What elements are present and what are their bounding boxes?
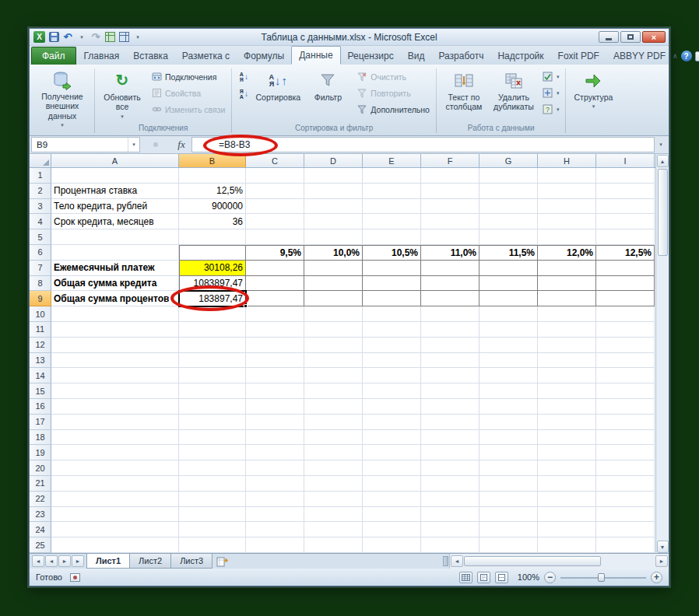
qat-custom-icon-1[interactable] [104, 31, 115, 44]
cell-H3[interactable] [538, 199, 596, 215]
cell-G8[interactable] [479, 276, 538, 292]
cell-I8[interactable] [596, 276, 655, 292]
cell-A4[interactable]: Срок кредита, месяцев [51, 214, 179, 229]
cell-F23[interactable] [421, 507, 479, 523]
zoom-in-button[interactable]: + [651, 572, 662, 583]
cell-G5[interactable] [479, 229, 538, 245]
outline-button[interactable]: Структура ▾ [569, 67, 617, 121]
view-normal-button[interactable] [459, 572, 472, 583]
sheet-tab-list3[interactable]: Лист3 [170, 554, 213, 569]
minimize-ribbon-icon[interactable]: ∧ [673, 52, 678, 60]
cell-H6[interactable]: 12,0% [538, 245, 596, 261]
cell-C16[interactable] [246, 399, 304, 415]
row-header-3[interactable]: 3 [30, 199, 51, 215]
cell-C4[interactable] [246, 214, 304, 229]
cell-I6[interactable]: 12,5% [596, 245, 655, 261]
advanced-filter-button[interactable]: Дополнительно [353, 102, 433, 117]
row-header-24[interactable]: 24 [30, 522, 51, 537]
cell-D7[interactable] [304, 261, 363, 276]
cell-G20[interactable] [479, 460, 538, 476]
cell-B8[interactable]: 1083897,47 [179, 276, 246, 292]
cell-A12[interactable] [51, 338, 179, 353]
cell-B1[interactable] [179, 168, 246, 184]
cell-I5[interactable] [596, 229, 655, 245]
cell-E21[interactable] [363, 476, 421, 492]
cell-C3[interactable] [246, 199, 304, 215]
help-icon[interactable]: ? [681, 51, 692, 61]
row-header-16[interactable]: 16 [30, 399, 51, 415]
cell-B3[interactable]: 900000 [179, 199, 246, 215]
cell-A9[interactable]: Общая сумма процентов [51, 291, 179, 306]
cell-F14[interactable] [421, 368, 479, 383]
cell-D24[interactable] [304, 522, 363, 537]
cell-E18[interactable] [363, 430, 421, 446]
window-close-button[interactable]: × [642, 31, 666, 43]
cell-D5[interactable] [304, 229, 363, 245]
cell-A17[interactable] [51, 415, 179, 430]
cell-D10[interactable] [304, 306, 363, 322]
tab-page-layout[interactable]: Разметка с [175, 47, 237, 65]
cell-D23[interactable] [304, 507, 363, 523]
cell-A10[interactable] [51, 306, 179, 322]
cell-G17[interactable] [479, 415, 538, 430]
cell-D17[interactable] [304, 415, 363, 430]
scroll-up-icon[interactable]: ▲ [657, 155, 669, 167]
text-to-columns-button[interactable]: Текст по столбцам [440, 67, 488, 121]
cell-I13[interactable] [596, 353, 655, 369]
row-header-25[interactable]: 25 [30, 537, 51, 553]
cell-H5[interactable] [538, 229, 596, 245]
horizontal-scrollbar[interactable]: ◄ ► [449, 554, 669, 569]
cell-E4[interactable] [363, 214, 421, 229]
cell-G7[interactable] [479, 261, 538, 276]
select-all-corner[interactable] [30, 154, 51, 167]
view-page-break-button[interactable] [495, 572, 508, 583]
formula-bar-expand-icon[interactable]: ▾ [655, 137, 667, 152]
cell-D20[interactable] [304, 460, 363, 476]
reapply-filter-button[interactable]: Повторить [353, 86, 433, 100]
tab-data[interactable]: Данные [291, 46, 340, 65]
cell-E10[interactable] [363, 306, 421, 322]
cell-A7[interactable]: Ежемесячный платеж [51, 261, 179, 276]
cell-C19[interactable] [246, 445, 304, 460]
insert-function-button[interactable]: fx [171, 137, 191, 152]
row-header-1[interactable]: 1 [30, 168, 51, 184]
cell-D6[interactable]: 10,0% [304, 245, 363, 261]
zoom-slider-thumb[interactable] [598, 573, 605, 582]
cell-F17[interactable] [421, 415, 479, 430]
undo-icon[interactable]: ↶ [62, 31, 73, 44]
cell-B9[interactable]: 183897,47 [179, 291, 246, 306]
cell-H13[interactable] [538, 353, 596, 369]
cell-E11[interactable] [363, 322, 421, 338]
cell-H18[interactable] [538, 430, 596, 446]
cell-H20[interactable] [538, 460, 596, 476]
name-box-dropdown-icon[interactable]: ▾ [128, 138, 139, 152]
cell-F6[interactable]: 11,0% [421, 245, 479, 261]
cell-G2[interactable] [479, 184, 538, 199]
macro-record-icon[interactable] [70, 573, 80, 582]
cell-H24[interactable] [538, 522, 596, 537]
cell-C8[interactable] [246, 276, 304, 292]
cell-I3[interactable] [596, 199, 655, 215]
cell-F15[interactable] [421, 383, 479, 399]
vertical-scroll-thumb[interactable] [658, 169, 668, 256]
properties-button[interactable]: Свойства [148, 86, 228, 100]
cell-A15[interactable] [51, 383, 179, 399]
cell-I23[interactable] [596, 507, 655, 523]
sheet-tab-list1[interactable]: Лист1 [86, 554, 130, 569]
cell-D19[interactable] [304, 445, 363, 460]
column-header-A[interactable]: A [51, 154, 179, 167]
cell-D1[interactable] [304, 168, 363, 184]
cell-G1[interactable] [479, 168, 538, 184]
cell-C14[interactable] [246, 368, 304, 383]
next-sheet-icon[interactable]: ► [58, 555, 71, 567]
cell-B19[interactable] [179, 445, 246, 460]
cell-F10[interactable] [421, 306, 479, 322]
cell-A14[interactable] [51, 368, 179, 383]
cell-H4[interactable] [538, 214, 596, 229]
column-header-E[interactable]: E [363, 154, 421, 167]
cell-E20[interactable] [363, 460, 421, 476]
cell-C7[interactable] [246, 261, 304, 276]
cell-C15[interactable] [246, 383, 304, 399]
cell-B5[interactable] [179, 229, 246, 245]
cell-B18[interactable] [179, 430, 246, 446]
